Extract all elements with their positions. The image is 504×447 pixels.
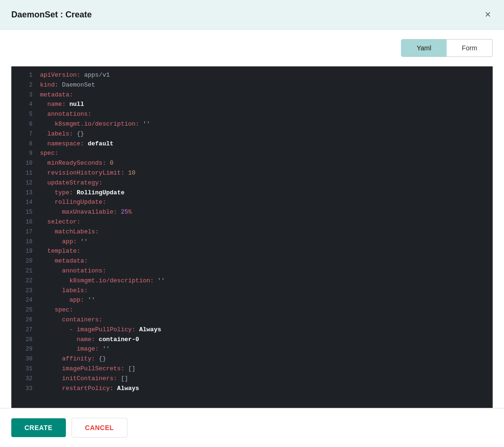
line-content: maxUnavailable: 25%: [40, 208, 487, 217]
code-line: 20 metadata:: [12, 256, 492, 266]
daemonset-create-modal: DaemonSet : Create × Yaml Form 1apiVersi…: [0, 0, 504, 447]
code-line: 1apiVersion: apps/v1: [12, 71, 492, 80]
code-editor[interactable]: 1apiVersion: apps/v12kind: DaemonSet3met…: [12, 67, 492, 407]
code-line: 25 spec:: [12, 305, 492, 315]
line-content: type: RollingUpdate: [40, 188, 487, 198]
code-line: 33 restartPolicy: Always: [12, 384, 492, 394]
line-content: kind: DaemonSet: [40, 80, 487, 90]
line-content: name: container-0: [40, 335, 487, 345]
toolbar: Yaml Form: [0, 30, 504, 66]
code-line: 21 annotations:: [12, 266, 492, 276]
line-number: 16: [17, 217, 32, 227]
cancel-button[interactable]: CANCEL: [72, 418, 128, 438]
line-number: 12: [17, 178, 32, 188]
line-number: 24: [17, 295, 32, 305]
line-content: affinity: {}: [40, 354, 487, 364]
code-line: 5 annotations:: [12, 110, 492, 120]
line-content: k8smgmt.io/description: '': [40, 120, 487, 129]
code-line: 22 k8smgmt.io/description: '': [12, 276, 492, 286]
line-content: - imagePullPolicy: Always: [40, 325, 487, 335]
code-line: 13 type: RollingUpdate: [12, 188, 492, 198]
line-content: template:: [40, 247, 487, 256]
line-content: apiVersion: apps/v1: [40, 71, 487, 80]
line-content: annotations:: [40, 266, 487, 276]
code-line: 24 app: '': [12, 295, 492, 305]
line-number: 31: [17, 364, 32, 374]
line-number: 26: [17, 315, 32, 325]
code-line: 3metadata:: [12, 90, 492, 100]
code-line: 18 app: '': [12, 237, 492, 247]
code-line: 31 imagePullSecrets: []: [12, 364, 492, 374]
line-number: 13: [17, 188, 32, 198]
line-number: 17: [17, 227, 32, 237]
line-content: restartPolicy: Always: [40, 384, 487, 394]
code-line: 17 matchLabels:: [12, 227, 492, 237]
modal-footer: CREATE CANCEL: [0, 408, 504, 447]
code-line: 29 image: '': [12, 344, 492, 354]
code-line: 11 revisionHistoryLimit: 10: [12, 168, 492, 178]
line-number: 8: [17, 139, 32, 149]
modal-title: DaemonSet : Create: [11, 10, 92, 20]
tab-form[interactable]: Form: [447, 39, 493, 57]
line-content: spec:: [40, 149, 487, 159]
code-line: 19 template:: [12, 247, 492, 256]
close-button[interactable]: ×: [483, 8, 493, 22]
line-content: initContainers: []: [40, 374, 487, 384]
line-content: spec:: [40, 305, 487, 315]
line-number: 18: [17, 237, 32, 247]
line-number: 27: [17, 325, 32, 335]
code-line: 9spec:: [12, 149, 492, 159]
code-line: 14 rollingUpdate:: [12, 198, 492, 208]
code-line: 26 containers:: [12, 315, 492, 325]
code-line: 8 namespace: default: [12, 139, 492, 149]
line-content: namespace: default: [40, 139, 487, 149]
line-number: 33: [17, 384, 32, 393]
line-number: 2: [17, 80, 32, 90]
code-editor-container: 1apiVersion: apps/v12kind: DaemonSet3met…: [11, 66, 493, 408]
code-line: 32 initContainers: []: [12, 374, 492, 384]
line-content: metadata:: [40, 256, 487, 266]
line-content: annotations:: [40, 110, 487, 120]
line-number: 21: [17, 266, 32, 276]
code-line: 15 maxUnavailable: 25%: [12, 208, 492, 217]
line-content: rollingUpdate:: [40, 198, 487, 208]
line-content: app: '': [40, 237, 487, 247]
code-line: 2kind: DaemonSet: [12, 80, 492, 90]
line-number: 23: [17, 286, 32, 295]
line-number: 5: [17, 110, 32, 119]
code-line: 12 updateStrategy:: [12, 178, 492, 188]
line-content: app: '': [40, 295, 487, 305]
code-line: 30 affinity: {}: [12, 354, 492, 364]
line-number: 14: [17, 198, 32, 207]
line-content: selector:: [40, 217, 487, 227]
line-number: 28: [17, 335, 32, 344]
line-number: 10: [17, 159, 32, 168]
line-content: containers:: [40, 315, 487, 325]
line-content: k8smgmt.io/description: '': [40, 276, 487, 286]
code-line: 4 name: null: [12, 100, 492, 110]
modal-header: DaemonSet : Create ×: [0, 0, 504, 30]
line-content: minReadySeconds: 0: [40, 159, 487, 168]
code-line: 28 name: container-0: [12, 335, 492, 345]
code-line: 7 labels: {}: [12, 129, 492, 139]
create-button[interactable]: CREATE: [11, 418, 66, 437]
line-content: labels:: [40, 286, 487, 296]
line-number: 7: [17, 129, 32, 139]
line-number: 9: [17, 149, 32, 158]
line-number: 4: [17, 100, 32, 109]
line-content: labels: {}: [40, 129, 487, 139]
line-content: image: '': [40, 344, 487, 354]
line-number: 22: [17, 276, 32, 286]
line-number: 29: [17, 344, 32, 354]
line-number: 15: [17, 208, 32, 217]
line-number: 11: [17, 168, 32, 178]
code-line: 23 labels:: [12, 286, 492, 296]
line-content: matchLabels:: [40, 227, 487, 237]
code-line: 27 - imagePullPolicy: Always: [12, 325, 492, 335]
code-line: 16 selector:: [12, 217, 492, 227]
line-number: 3: [17, 90, 32, 100]
line-number: 25: [17, 305, 32, 315]
tab-yaml[interactable]: Yaml: [401, 39, 447, 57]
line-number: 32: [17, 374, 32, 383]
code-line: 10 minReadySeconds: 0: [12, 159, 492, 168]
